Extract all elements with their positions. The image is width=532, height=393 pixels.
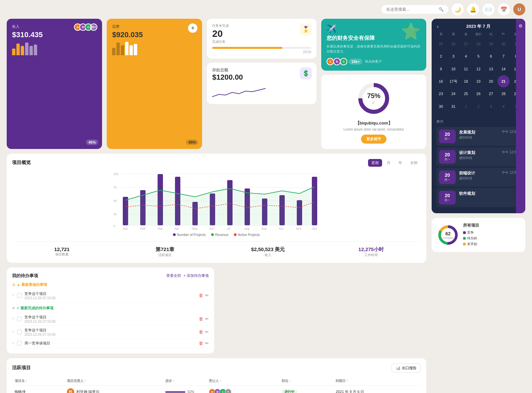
cell-progress: 53% [163, 385, 206, 393]
event-info: 设计策划 威特科技 [459, 150, 499, 160]
mail-icon-btn[interactable]: ✉️ [482, 3, 495, 15]
cal-day[interactable]: 16 [435, 75, 447, 87]
stat-label-3: 收入 [218, 253, 318, 257]
todo-text-wrap-3: 竞争这个项目 2023-12-26 07:15:00 [24, 328, 56, 336]
bell-icon-btn[interactable]: 🔔 [467, 3, 479, 15]
drag-handle-3[interactable]: ⠿ [12, 330, 14, 334]
todo-item-1: ⠿ 竞争这个项目 2023-12-26 07:15:00 🗑 ✏ [12, 289, 209, 302]
event-time: 中午 12:05 [502, 150, 518, 155]
promo-customer-label: 快乐的客户 [365, 59, 382, 64]
cal-day[interactable]: 10 [447, 63, 459, 75]
cal-day[interactable]: 28 [472, 38, 484, 50]
cal-day[interactable]: 4 [460, 50, 472, 62]
cal-day[interactable]: 31 [447, 100, 459, 112]
event-day: 20 [442, 132, 453, 137]
donut-more-btn[interactable]: 更多细节 [361, 135, 386, 144]
tab-month[interactable]: 月 [383, 159, 394, 167]
left-column: A B C 25+ 收入 $310.435 45% [7, 19, 426, 393]
cal-day[interactable]: 11 [460, 63, 472, 75]
cal-day[interactable]: 3 [447, 50, 459, 62]
cal-day[interactable]: 4 [498, 100, 509, 112]
cal-day[interactable]: 30 [435, 100, 447, 112]
cal-day[interactable]: 5 [472, 50, 484, 62]
cal-day[interactable]: 17号 [447, 75, 459, 87]
cal-day[interactable]: 14 [498, 63, 509, 75]
cal-day[interactable]: 7 [498, 50, 509, 62]
cal-day[interactable]: 29 [485, 38, 497, 50]
user-avatar[interactable]: U [513, 3, 525, 15]
cal-day[interactable]: 26 [447, 38, 459, 50]
ebar-5 [129, 45, 133, 55]
drag-handle-2[interactable]: ⠿ [12, 317, 14, 321]
cal-day[interactable]: 30 [498, 38, 509, 50]
promo-card: ✈️ ⭐ 您的财务安全有保障 长期以来的事实是，读者在查看页面布局时会被页面的可… [321, 19, 426, 71]
view-all-todo-btn[interactable]: 查看全部 [166, 273, 181, 278]
cal-day[interactable]: 19 [472, 75, 484, 87]
moon-icon-btn[interactable]: 🌙 [452, 3, 464, 15]
stat-active-projects: 第721章 活跃项目 [115, 246, 215, 257]
progress-pct: 53% [187, 390, 197, 393]
cal-day[interactable]: 2 [472, 100, 484, 112]
cal-day[interactable]: 25 [460, 88, 472, 100]
calendar-icon-btn[interactable]: 📅 [498, 3, 510, 15]
dh-we: 我们 [472, 32, 484, 36]
cal-day[interactable]: 1 [460, 100, 472, 112]
todo-edit-1[interactable]: ✏ [205, 293, 209, 298]
cal-day[interactable]: 12 [472, 63, 484, 75]
todo-edit-3[interactable]: ✏ [205, 329, 209, 334]
all-projects-info: 所有项目 竞争 待办的 未开始 [463, 223, 479, 247]
todo-text-1: 竞争这个项目 [24, 291, 56, 296]
search-box[interactable]: 🔍 [381, 5, 448, 14]
cal-day[interactable]: 23 [435, 88, 447, 100]
todo-delete-2[interactable]: 🗑 [199, 316, 203, 321]
todo-check-2[interactable] [17, 317, 22, 321]
todo-edit-4[interactable]: ✏ [205, 341, 209, 346]
task-savings-col: 🎖️ 任务未完成 20 完成任务 20/28 💲 存款总额 $1200.00 [207, 19, 317, 149]
cal-day[interactable]: 13 [485, 63, 497, 75]
event-name: 前端设计 [459, 170, 499, 176]
todo-text-wrap-1: 竞争这个项目 2023-12-26 07:15:00 [24, 291, 56, 300]
cal-day[interactable]: 28 [498, 88, 509, 100]
cal-day[interactable]: 24 [447, 88, 459, 100]
cal-days[interactable]: 2526272829301234567891011121314151617号18… [435, 38, 522, 112]
donut-domain: 【biqubiqu.com】 [355, 120, 392, 126]
ebar-6 [134, 44, 137, 55]
cal-day[interactable]: 9 [435, 63, 447, 75]
cal-settings-btn[interactable]: ⚙ [516, 19, 525, 213]
todo-check-4[interactable] [17, 341, 22, 345]
bar-2 [16, 44, 20, 55]
event-sub: 威特科技 [459, 135, 499, 140]
todo-check-1[interactable] [17, 293, 22, 298]
todo-delete-1[interactable]: 🗑 [199, 293, 203, 298]
todo-delete-4[interactable]: 🗑 [199, 341, 203, 346]
tab-year[interactable]: 年 [395, 159, 406, 167]
todo-actions: 查看全部 + 添加待办事项 [166, 273, 209, 278]
search-input[interactable] [386, 7, 436, 12]
cal-day[interactable]: 3 [485, 100, 497, 112]
todo-edit-2[interactable]: ✏ [205, 316, 209, 321]
col-project-name: 项目名 ↑ [12, 377, 64, 386]
drag-handle-4[interactable]: ⠿ [12, 341, 14, 345]
cal-day[interactable]: 18 [460, 75, 472, 87]
tab-all[interactable]: 全部 [407, 159, 421, 167]
cal-prev-btn[interactable]: ‹ [437, 24, 439, 29]
event-day: 20 [442, 193, 453, 198]
add-todo-btn[interactable]: + 添加待办事项 [184, 273, 209, 278]
cal-day[interactable]: 25 [435, 38, 447, 50]
expense-bars [112, 42, 197, 55]
todo-item-3: ⠿ 竞争这个项目 2023-12-26 07:15:00 🗑 ✏ [12, 326, 209, 339]
todo-check-3[interactable] [17, 330, 22, 334]
cal-day[interactable]: 20 [485, 75, 497, 87]
cal-day[interactable]: 2 [435, 50, 447, 62]
cal-day[interactable]: 21 [498, 75, 509, 87]
drag-handle-1[interactable]: ⠿ [12, 294, 14, 297]
chart-area: 100 75 50 25 0 [12, 170, 421, 230]
cal-day[interactable]: 27 [460, 38, 472, 50]
svg-text:Dec: Dec [312, 227, 318, 230]
export-btn[interactable]: 📊 出口报告 [391, 364, 421, 373]
todo-delete-3[interactable]: 🗑 [199, 329, 203, 334]
cal-day[interactable]: 27 [485, 88, 497, 100]
tab-week[interactable]: 星期 [368, 159, 382, 167]
cal-day[interactable]: 26 [472, 88, 484, 100]
cal-day[interactable]: 6 [485, 50, 497, 62]
